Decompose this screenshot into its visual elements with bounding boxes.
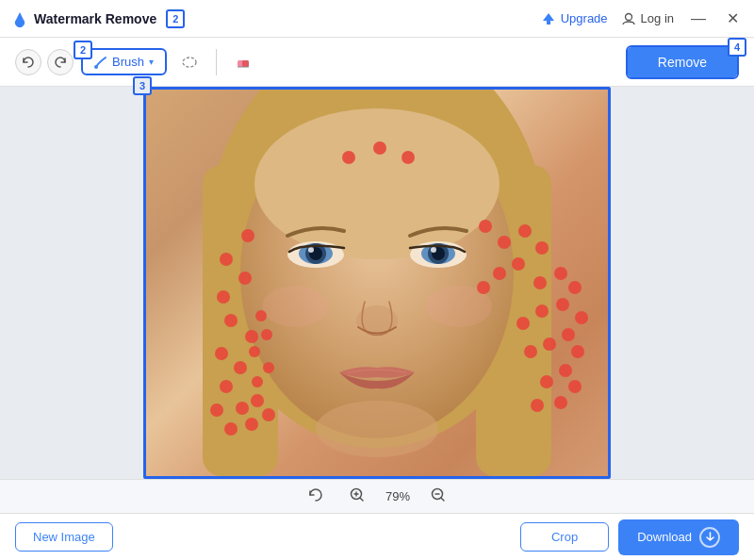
svg-point-41 xyxy=(263,362,274,373)
svg-point-50 xyxy=(493,267,506,280)
face-image xyxy=(146,90,608,476)
svg-point-31 xyxy=(215,347,228,360)
svg-point-63 xyxy=(559,364,572,377)
upgrade-button[interactable]: Upgrade xyxy=(541,11,608,26)
new-image-button[interactable]: New Image xyxy=(15,522,113,552)
svg-point-60 xyxy=(543,338,556,351)
step2-badge-toolbar: 2 xyxy=(74,41,92,59)
svg-line-74 xyxy=(360,498,363,501)
svg-point-30 xyxy=(245,330,258,343)
svg-point-59 xyxy=(562,328,575,341)
svg-point-0 xyxy=(625,13,631,20)
svg-point-46 xyxy=(498,236,511,249)
lasso-icon xyxy=(181,54,198,71)
close-button[interactable]: ✕ xyxy=(723,9,743,27)
svg-point-62 xyxy=(571,345,584,358)
crop-button[interactable]: Crop xyxy=(520,522,609,552)
svg-point-35 xyxy=(236,402,249,415)
svg-point-20 xyxy=(431,247,436,253)
zoom-in-button[interactable] xyxy=(344,486,370,507)
download-icon xyxy=(699,527,720,548)
redo-button[interactable] xyxy=(47,49,74,75)
svg-point-66 xyxy=(554,396,567,409)
minimize-button[interactable]: — xyxy=(687,10,710,27)
svg-point-58 xyxy=(575,311,588,324)
toolbar: 2 Brush ▾ 4 Remove xyxy=(0,38,754,87)
reset-zoom-button[interactable] xyxy=(303,486,329,507)
svg-point-33 xyxy=(220,380,233,393)
svg-point-2 xyxy=(183,58,196,67)
zoom-out-icon xyxy=(431,487,446,502)
bottom-right: Crop Download xyxy=(520,519,739,555)
undo-icon xyxy=(22,56,35,69)
svg-point-25 xyxy=(220,253,233,266)
zoom-out-button[interactable] xyxy=(425,486,451,507)
app-title: Watermark Remove xyxy=(34,11,156,26)
svg-point-65 xyxy=(568,380,582,393)
svg-rect-4 xyxy=(242,60,249,67)
eraser-tool-button[interactable] xyxy=(228,47,258,77)
image-container: 3 xyxy=(143,87,611,479)
lasso-tool-button[interactable] xyxy=(174,47,205,77)
eraser-icon xyxy=(235,54,252,71)
zoom-in-icon xyxy=(350,487,365,502)
svg-point-70 xyxy=(342,151,355,164)
svg-point-68 xyxy=(373,141,386,155)
status-bar: 79% xyxy=(0,479,754,513)
svg-point-37 xyxy=(245,418,258,431)
login-button[interactable]: Log in xyxy=(621,11,674,26)
step2-badge-title: 2 xyxy=(166,9,185,28)
svg-point-34 xyxy=(210,404,223,417)
remove-btn-wrapper: 4 Remove xyxy=(626,45,739,79)
brush-icon xyxy=(94,56,107,69)
svg-point-24 xyxy=(316,401,438,457)
svg-point-44 xyxy=(255,310,267,321)
svg-point-36 xyxy=(224,422,238,436)
svg-point-43 xyxy=(261,329,272,340)
bottom-bar: New Image Crop Download xyxy=(0,513,754,560)
svg-point-61 xyxy=(524,345,537,358)
svg-point-42 xyxy=(249,346,260,357)
svg-point-54 xyxy=(568,281,582,294)
canvas-area: 3 xyxy=(0,87,754,479)
redo-icon xyxy=(54,56,67,69)
svg-point-48 xyxy=(535,241,549,255)
svg-point-57 xyxy=(516,317,530,330)
svg-point-51 xyxy=(477,281,490,294)
title-bar: Watermark Remove 2 Upgrade Log in — ✕ xyxy=(0,0,754,38)
svg-point-26 xyxy=(241,229,254,242)
title-right: Upgrade Log in — ✕ xyxy=(541,9,743,27)
svg-point-55 xyxy=(556,298,569,311)
upgrade-icon xyxy=(541,11,556,26)
svg-point-67 xyxy=(531,399,544,412)
svg-point-52 xyxy=(533,276,547,289)
svg-point-29 xyxy=(224,314,238,327)
face-svg xyxy=(146,90,608,476)
undo-button[interactable] xyxy=(15,49,41,75)
step4-badge: 4 xyxy=(728,38,746,57)
svg-point-69 xyxy=(402,151,415,164)
reset-icon xyxy=(308,487,323,502)
svg-point-45 xyxy=(479,220,492,233)
svg-point-38 xyxy=(251,394,264,407)
svg-point-1 xyxy=(94,65,98,69)
brush-tool-button[interactable]: Brush ▾ xyxy=(85,50,163,74)
svg-point-22 xyxy=(262,286,328,327)
svg-point-10 xyxy=(254,108,500,259)
tool-nav xyxy=(15,49,74,75)
svg-point-64 xyxy=(540,375,553,388)
brush-tool-wrapper: 2 Brush ▾ xyxy=(81,48,167,75)
svg-point-40 xyxy=(252,376,263,387)
svg-point-53 xyxy=(554,267,567,280)
svg-line-77 xyxy=(441,498,444,501)
svg-point-15 xyxy=(308,247,314,253)
download-button[interactable]: Download xyxy=(618,519,739,555)
svg-point-49 xyxy=(512,257,525,271)
zoom-percent: 79% xyxy=(385,489,410,503)
title-left: Watermark Remove 2 xyxy=(11,9,185,28)
remove-button[interactable]: Remove xyxy=(628,47,737,77)
svg-point-32 xyxy=(234,361,247,374)
svg-point-28 xyxy=(217,290,230,304)
svg-point-27 xyxy=(238,272,252,285)
app-icon xyxy=(11,10,28,27)
